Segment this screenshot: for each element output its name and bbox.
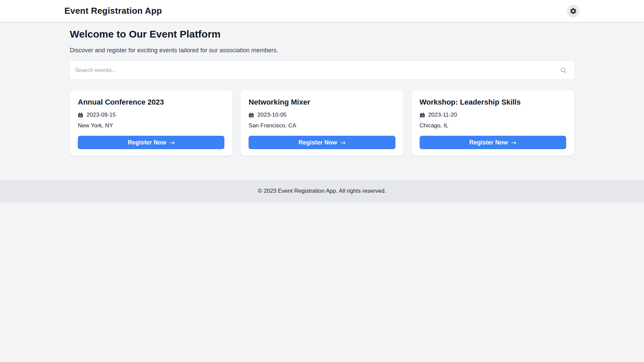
event-card: Workshop: Leadership Skills: [412, 90, 574, 156]
header-inner: Event Registration App: [64, 0, 580, 22]
search-input[interactable]: [70, 61, 574, 79]
page: Event Registration App Welcome to Our Ev…: [0, 0, 644, 362]
search-bar: [70, 61, 574, 79]
event-date: 2023-11-20: [428, 111, 457, 119]
arrow-right-icon: →: [340, 139, 345, 146]
arrow-right-icon: →: [169, 139, 175, 146]
event-date-row: 2023-11-20: [420, 111, 566, 119]
event-title: Annual Conference 2023: [78, 98, 224, 107]
calendar-icon: [249, 112, 254, 118]
event-date: 2023-09-15: [87, 111, 116, 119]
event-date-row: 2023-09-15: [78, 111, 224, 119]
page-title: Welcome to Our Event Platform: [70, 28, 574, 40]
event-card: Annual Conference 2023: [70, 90, 232, 156]
register-button[interactable]: Register Now →: [78, 136, 224, 149]
register-button-label: Register Now: [299, 139, 337, 146]
copyright-text: © 2023 Event Registration App. All right…: [0, 187, 644, 195]
gear-icon: [570, 7, 577, 15]
event-title: Workshop: Leadership Skills: [420, 98, 566, 107]
register-button[interactable]: Register Now →: [420, 136, 566, 149]
main-content: Welcome to Our Event Platform Discover a…: [70, 22, 574, 180]
event-location: New York, NY: [78, 122, 224, 130]
event-date: 2023-10-05: [257, 111, 286, 119]
event-title: Networking Mixer: [249, 98, 395, 107]
event-location: Chicago, IL: [420, 122, 566, 130]
settings-button[interactable]: [567, 5, 580, 17]
page-footer: © 2023 Event Registration App. All right…: [0, 180, 644, 202]
search-icon[interactable]: [560, 67, 567, 74]
event-card: Networking Mixer: [240, 90, 403, 156]
app-header: Event Registration App: [0, 0, 644, 22]
register-button[interactable]: Register Now →: [249, 136, 395, 149]
register-button-label: Register Now: [469, 139, 508, 146]
arrow-right-icon: →: [511, 139, 516, 146]
event-card-list: Annual Conference 2023: [70, 90, 574, 156]
calendar-icon: [78, 112, 83, 118]
event-date-row: 2023-10-05: [249, 111, 395, 119]
page-subtitle: Discover and register for exciting event…: [70, 46, 574, 55]
event-location: San Francisco, CA: [249, 122, 395, 130]
page-background: [0, 202, 644, 362]
register-button-label: Register Now: [128, 139, 166, 146]
app-title: Event Registration App: [64, 6, 162, 16]
calendar-icon: [420, 112, 425, 118]
